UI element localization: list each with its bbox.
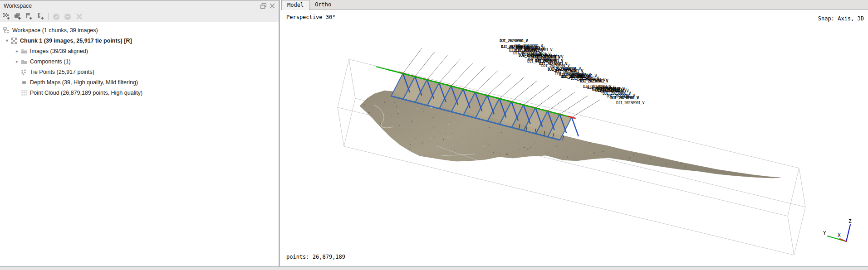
svg-text:DJI_20230901_V: DJI_20230901_V bbox=[500, 39, 528, 43]
model-viewport[interactable]: DJI_20230901_VDJI_20230901_VDJI_20230901… bbox=[281, 10, 868, 266]
folder-icon bbox=[21, 59, 29, 64]
toolbar-separator bbox=[48, 13, 49, 20]
add-photos-icon[interactable] bbox=[14, 13, 22, 20]
add-chunk-icon[interactable] bbox=[2, 13, 10, 20]
tree-item-tie-points[interactable]: Tie Points (25,917 points) bbox=[0, 67, 279, 77]
model-view-area: Model Ortho DJI_20230901_VDJI_20230901_V… bbox=[281, 0, 868, 266]
close-panel-icon[interactable] bbox=[269, 2, 276, 10]
tree-item-components[interactable]: ▸ Components (1) bbox=[0, 56, 279, 67]
folder-icon bbox=[21, 48, 29, 54]
tree-label: Chunk 1 (39 images, 25,917 tie points) [… bbox=[19, 38, 132, 44]
workspace-panel-title: Workspace bbox=[4, 3, 258, 9]
camera-labels-cluster: DJI_20230901_VDJI_20230901_VDJI_20230901… bbox=[500, 39, 644, 105]
tab-ortho[interactable]: Ortho bbox=[309, 0, 337, 10]
point-cloud-icon bbox=[21, 90, 29, 96]
workspace-toolbar bbox=[0, 11, 279, 22]
point-count-label: points: 26,879,189 bbox=[286, 254, 345, 260]
tree-label: Workspace (1 chunks, 39 images) bbox=[11, 27, 98, 34]
chevron-collapsed-icon[interactable]: ▸ bbox=[13, 48, 21, 53]
float-panel-icon[interactable] bbox=[260, 2, 267, 10]
add-marker-icon[interactable] bbox=[25, 13, 33, 20]
chevron-collapsed-icon[interactable]: ▸ bbox=[13, 59, 21, 64]
projection-label: Perspective 30° bbox=[286, 14, 335, 20]
workspace-tree: Workspace (1 chunks, 39 images) ▾ Chunk … bbox=[0, 22, 279, 98]
svg-text:DJI_20230901_V: DJI_20230901_V bbox=[595, 88, 623, 93]
view-tabstrip: Model Ortho bbox=[281, 0, 868, 10]
workspace-tree-icon bbox=[3, 27, 11, 34]
svg-text:DJI_20230901_V: DJI_20230901_V bbox=[607, 94, 635, 98]
svg-text:DJI_20230901_V: DJI_20230901_V bbox=[580, 79, 608, 83]
tree-label: Depth Maps (39, High quality, Mild filte… bbox=[29, 79, 138, 86]
enable-item-icon bbox=[52, 13, 60, 20]
tree-label: Images (39/39 aligned) bbox=[29, 48, 88, 54]
bottom-strip bbox=[0, 266, 868, 270]
tree-label: Tie Points (25,917 points) bbox=[29, 69, 94, 75]
axis-gizmo: ZYX bbox=[823, 218, 852, 241]
gizmo-y-label: Y bbox=[823, 230, 826, 236]
tab-model[interactable]: Model bbox=[281, 0, 309, 10]
tree-item-chunk[interactable]: ▾ Chunk 1 (39 images, 25,917 tie points)… bbox=[0, 35, 279, 46]
svg-text:DJI_20230901_V: DJI_20230901_V bbox=[555, 72, 584, 76]
gizmo-z-label: Z bbox=[848, 218, 852, 224]
remove-item-icon bbox=[75, 13, 83, 20]
chunk-icon bbox=[11, 38, 19, 44]
tree-item-images[interactable]: ▸ Images (39/39 aligned) bbox=[0, 46, 279, 56]
svg-text:DJI_20230901_V: DJI_20230901_V bbox=[524, 48, 552, 52]
svg-text:DJI_20230901_V: DJI_20230901_V bbox=[528, 58, 556, 62]
gizmo-x-label: X bbox=[838, 232, 841, 238]
add-scalebar-icon[interactable] bbox=[36, 13, 44, 20]
workspace-panel: Workspace bbox=[0, 0, 280, 266]
tree-item-depth-maps[interactable]: Depth Maps (39, High quality, Mild filte… bbox=[0, 77, 279, 87]
model-3d-scene[interactable]: DJI_20230901_VDJI_20230901_VDJI_20230901… bbox=[281, 10, 868, 266]
chevron-expanded-icon[interactable]: ▾ bbox=[3, 38, 11, 43]
tree-item-workspace-root[interactable]: Workspace (1 chunks, 39 images) bbox=[0, 25, 279, 35]
application-window: Workspace bbox=[0, 0, 868, 270]
snap-mode-label: Snap: Axis, 3D bbox=[818, 15, 864, 22]
tie-points-icon bbox=[21, 69, 29, 75]
depth-maps-icon bbox=[21, 79, 29, 86]
tree-label: Point Cloud (26,879,189 points, High qua… bbox=[29, 90, 142, 96]
svg-text:DJI_20230901_V: DJI_20230901_V bbox=[616, 101, 644, 105]
workspace-titlebar: Workspace bbox=[0, 1, 279, 11]
tree-label: Components (1) bbox=[29, 58, 71, 65]
disable-item-icon bbox=[64, 13, 72, 20]
tree-item-point-cloud[interactable]: Point Cloud (26,879,189 points, High qua… bbox=[0, 87, 279, 98]
